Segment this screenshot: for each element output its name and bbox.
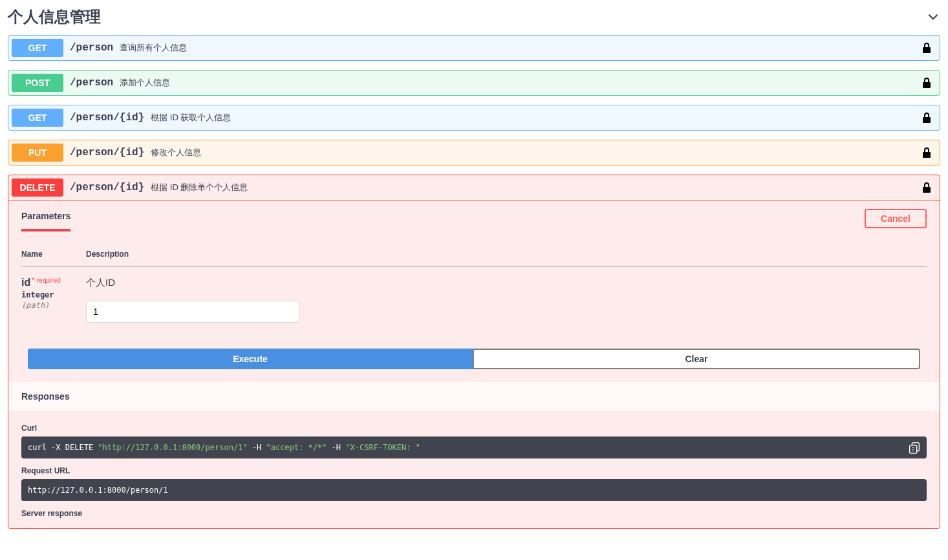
- operation-desc: 根据 ID 删除单个个人信息: [151, 182, 248, 193]
- tag-title: 个人信息管理: [8, 6, 101, 27]
- operation-path: /person/{id}: [63, 182, 151, 193]
- method-badge: POST: [12, 74, 63, 92]
- execute-button-group: Execute Clear: [8, 336, 940, 382]
- responses-body: Curl curl -X DELETE "http://127.0.0.1:80…: [8, 411, 940, 528]
- request-url-label: Request URL: [21, 466, 927, 475]
- param-row: id* requiredinteger(path)个人ID: [21, 267, 927, 330]
- operation-path: /person/{id}: [63, 147, 151, 158]
- operation-summary[interactable]: GET/person/{id}根据 ID 获取个人信息: [8, 105, 940, 130]
- operation-desc: 查询所有个人信息: [120, 42, 187, 54]
- operation-desc: 根据 ID 获取个人信息: [151, 112, 231, 124]
- operation-put-3: PUT/person/{id}修改个人信息: [8, 140, 940, 166]
- operation-summary[interactable]: POST/person添加个人信息: [8, 70, 940, 95]
- param-type: integer: [21, 288, 86, 299]
- lock-icon[interactable]: [920, 76, 933, 89]
- operation-get-0: GET/person查询所有个人信息: [8, 35, 940, 61]
- curl-command: curl -X DELETE "http://127.0.0.1:8000/pe…: [21, 436, 927, 458]
- method-badge: GET: [12, 109, 63, 127]
- lock-icon[interactable]: [920, 181, 933, 194]
- param-in: (path): [21, 299, 86, 310]
- operation-delete-person-id: DELETE /person/{id} 根据 ID 删除单个个人信息 Param…: [8, 175, 940, 529]
- operation-summary[interactable]: GET/person查询所有个人信息: [8, 36, 940, 60]
- lock-icon[interactable]: [920, 41, 933, 54]
- tab-parameters[interactable]: Parameters: [21, 206, 70, 232]
- parameters-header: Parameters Cancel: [8, 200, 940, 237]
- operation-get-2: GET/person/{id}根据 ID 获取个人信息: [8, 105, 940, 131]
- operation-desc: 添加个人信息: [120, 77, 170, 89]
- lock-icon[interactable]: [920, 111, 933, 124]
- method-badge: DELETE: [12, 178, 63, 197]
- operation-summary[interactable]: DELETE /person/{id} 根据 ID 删除单个个人信息: [8, 175, 940, 200]
- param-description: 个人ID: [86, 277, 927, 289]
- param-name: id: [21, 277, 30, 288]
- operation-path: /person: [63, 42, 120, 54]
- operation-post-1: POST/person添加个人信息: [8, 70, 940, 96]
- parameters-table: Name Description id* requiredinteger(pat…: [21, 250, 927, 329]
- request-url-value: http://127.0.0.1:8000/person/1: [21, 479, 927, 501]
- responses-header: Responses: [8, 382, 940, 411]
- column-description: Description: [86, 250, 927, 267]
- chevron-down-icon: [926, 10, 940, 24]
- tag-header[interactable]: 个人信息管理: [8, 6, 940, 35]
- param-input-id[interactable]: [86, 301, 299, 323]
- method-badge: GET: [12, 39, 63, 57]
- required-text: required: [37, 277, 61, 284]
- server-response-label: Server response: [21, 509, 927, 518]
- method-badge: PUT: [12, 144, 63, 162]
- operation-path: /person: [63, 77, 120, 89]
- curl-label: Curl: [21, 424, 927, 433]
- copy-icon[interactable]: [907, 440, 921, 455]
- operation-summary[interactable]: PUT/person/{id}修改个人信息: [8, 140, 940, 165]
- parameters-section: Name Description id* requiredinteger(pat…: [8, 237, 940, 336]
- required-star: *: [30, 277, 34, 284]
- operation-body: Parameters Cancel Name Description id* r…: [8, 200, 940, 528]
- cancel-button[interactable]: Cancel: [865, 209, 927, 228]
- clear-button[interactable]: Clear: [473, 349, 920, 369]
- execute-button[interactable]: Execute: [28, 349, 473, 369]
- column-name: Name: [21, 250, 86, 267]
- operation-desc: 修改个人信息: [151, 147, 201, 158]
- lock-icon[interactable]: [920, 146, 933, 159]
- operation-path: /person/{id}: [63, 112, 151, 124]
